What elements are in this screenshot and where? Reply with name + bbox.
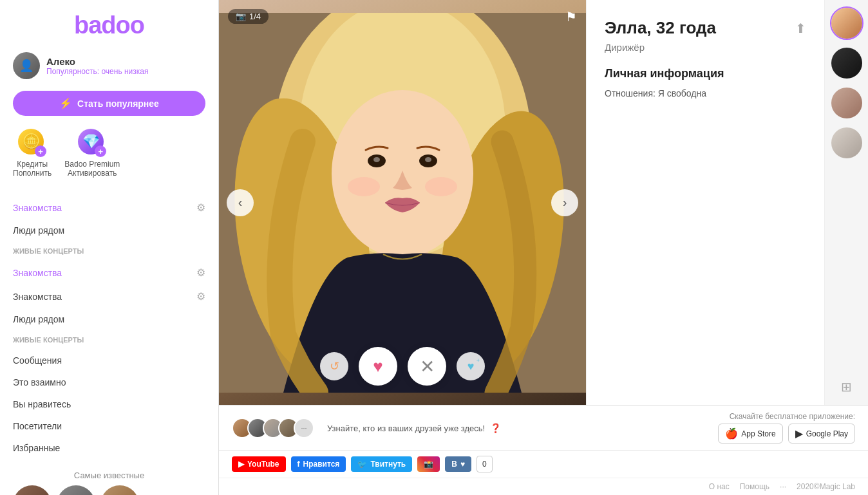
user-name: Алеко (46, 56, 149, 67)
prev-photo-button[interactable]: ‹ (227, 189, 254, 216)
profile-name: Элла, 32 года (605, 18, 716, 38)
camera-icon: 📷 (236, 12, 246, 21)
app-buttons: 🍎 App Store ▶ Google Play (718, 424, 855, 444)
sidebar-item-zhivye-koncerty2[interactable]: ЖИВЫЕ КОНЦЕРТЫ (0, 330, 218, 350)
instagram-button[interactable]: 📸 (417, 456, 440, 472)
app-logo: badoo (13, 12, 205, 39)
svg-point-12 (425, 177, 457, 196)
facebook-button[interactable]: f Нравится (291, 456, 346, 472)
sidebar-item-zhivye-koncerty1[interactable]: ЖИВЫЕ КОНЦЕРТЫ (0, 241, 218, 261)
nav-label: ЖИВЫЕ КОНЦЕРТЫ (13, 336, 84, 344)
filter-icon: ⚙ (196, 201, 205, 214)
google-play-icon: ▶ (795, 427, 803, 440)
friends-help-icon[interactable]: ❓ (490, 423, 501, 433)
sidebar: badoo 👤 Алеко Популярность: очень низкая… (0, 0, 219, 495)
premium-item[interactable]: 💎 + Badoo Premium Активировать (64, 129, 120, 178)
twitter-icon: 🐦 (357, 460, 367, 469)
boost-button[interactable]: ⚡ Стать популярнее (13, 91, 205, 116)
famous-avatar-3[interactable] (100, 485, 139, 495)
svg-point-10 (425, 157, 431, 162)
instagram-icon: 📸 (424, 460, 433, 469)
vk-icon: В (451, 460, 457, 469)
user-info: Алеко Популярность: очень низкая (46, 56, 149, 76)
youtube-icon: ▶ (238, 460, 244, 469)
sidebar-item-znakomstva2[interactable]: Знакомства ⚙ (0, 261, 218, 285)
personal-info-title: Личная информация (605, 67, 806, 80)
nav-label: Посетители (13, 421, 62, 431)
friends-avatars: ··· (232, 418, 309, 438)
credits-label: Кредиты Пополнить (13, 160, 52, 178)
premium-icon: 💎 + (78, 129, 106, 157)
profile-area: 📷 1/4 ⚑ ‹ › ↺ ♥ ✕ ♥+ Элла, 32 года ⬆ (219, 0, 868, 405)
dislike-button[interactable]: ✕ (408, 347, 446, 386)
share-button[interactable]: ⬆ (795, 21, 806, 36)
credits-icon: 🪙 + (18, 129, 46, 157)
bolt-icon: ⚡ (59, 97, 72, 109)
boost-label: Стать популярнее (77, 98, 159, 109)
nav-label: Люди рядом (13, 314, 64, 324)
suggested-avatar-2 (831, 48, 862, 79)
suggested-avatar-4 (831, 127, 862, 158)
bottom-area: ··· Узнайте, кто из ваших друзей уже зде… (219, 405, 868, 495)
app-download-label: Скачайте бесплатное приложение: (718, 412, 855, 421)
next-photo-button[interactable]: › (551, 189, 578, 216)
undo-button[interactable]: ↺ (320, 352, 348, 380)
sidebar-item-lyudi-ryadom1[interactable]: Люди рядом (0, 219, 218, 241)
sidebar-item-lyudi-ryadom2[interactable]: Люди рядом (0, 308, 218, 330)
filter-icon2: ⚙ (196, 266, 205, 279)
sidebar-item-soobsheniya[interactable]: Сообщения (0, 350, 218, 371)
more-footer-button[interactable]: ··· (780, 482, 786, 491)
app-store-button[interactable]: 🍎 App Store (718, 424, 782, 444)
nav-label: Знакомства (13, 203, 62, 213)
sidebar-item-vy-nravites[interactable]: Вы нравитесь (0, 393, 218, 415)
profile-info: Элла, 32 года ⬆ Дирижёр Личная информаци… (586, 0, 824, 405)
famous-avatars (13, 485, 205, 495)
credits-item[interactable]: 🪙 + Кредиты Пополнить (13, 129, 52, 178)
about-link[interactable]: О нас (709, 482, 730, 491)
facebook-icon: f (297, 460, 300, 469)
suggested-profile-2[interactable] (830, 46, 863, 80)
famous-avatar-2[interactable] (57, 485, 95, 495)
nav-label: Вы нравитесь (13, 399, 71, 409)
flag-button[interactable]: ⚑ (565, 9, 577, 24)
suggested-profile-3[interactable] (830, 86, 863, 120)
youtube-button[interactable]: ▶ YouTube (232, 456, 286, 472)
suggested-profile-4[interactable] (830, 126, 863, 160)
right-sidebar: ⊞ (824, 0, 868, 405)
svg-point-9 (373, 157, 380, 162)
suggested-profile-1[interactable] (830, 6, 863, 40)
nav-label: Это взаимно (13, 377, 66, 388)
photo-counter: 📷 1/4 (228, 9, 269, 24)
famous-section: Самые известные (0, 464, 218, 495)
twitter-button[interactable]: 🐦 Твитнуть (351, 456, 412, 472)
suggested-avatar-1 (831, 8, 862, 39)
sidebar-item-znakomstva1[interactable]: Знакомства ⚙ (0, 196, 218, 219)
famous-avatar-1[interactable] (13, 485, 52, 495)
friends-more: ··· (294, 418, 314, 438)
sidebar-item-posetiteli[interactable]: Посетители (0, 415, 218, 437)
google-play-button[interactable]: ▶ Google Play (788, 424, 855, 444)
sidebar-item-izbrannye[interactable]: Избранные (0, 437, 218, 459)
main-content: 📷 1/4 ⚑ ‹ › ↺ ♥ ✕ ♥+ Элла, 32 года ⬆ (219, 0, 868, 495)
apple-icon: 🍎 (725, 427, 738, 440)
social-bar: ▶ YouTube f Нравится 🐦 Твитнуть 📸 В ♥ 0 (219, 450, 868, 478)
premium-label: Badoo Premium Активировать (64, 160, 120, 178)
user-popularity: Популярность: очень низкая (46, 67, 149, 76)
action-buttons: ↺ ♥ ✕ ♥+ (320, 347, 485, 386)
grid-button[interactable]: ⊞ (835, 375, 858, 398)
app-download-section: Скачайте бесплатное приложение: 🍎 App St… (718, 412, 855, 444)
sidebar-item-eto-vzaimno[interactable]: Это взаимно (0, 371, 218, 393)
avatar[interactable]: 👤 (13, 52, 40, 79)
help-link[interactable]: Помощь (740, 482, 769, 491)
nav-label: Знакомства (13, 292, 62, 302)
nav-label: ЖИВЫЕ КОНЦЕРТЫ (13, 247, 84, 255)
like-button[interactable]: ♥ (359, 347, 397, 386)
nav-menu: Знакомства ⚙ Люди рядом ЖИВЫЕ КОНЦЕРТЫ З… (0, 191, 218, 464)
relationship-field: Отношения: Я свободна (605, 88, 806, 98)
super-like-button[interactable]: ♥+ (457, 352, 485, 380)
vk-button[interactable]: В ♥ (445, 456, 471, 472)
credits-row: 🪙 + Кредиты Пополнить 💎 + Badoo Premium … (0, 121, 218, 185)
nav-label: Избранные (13, 443, 60, 453)
sidebar-item-znakomstva3[interactable]: Знакомства ⚙ (0, 285, 218, 308)
user-profile-section: 👤 Алеко Популярность: очень низкая (0, 46, 218, 86)
